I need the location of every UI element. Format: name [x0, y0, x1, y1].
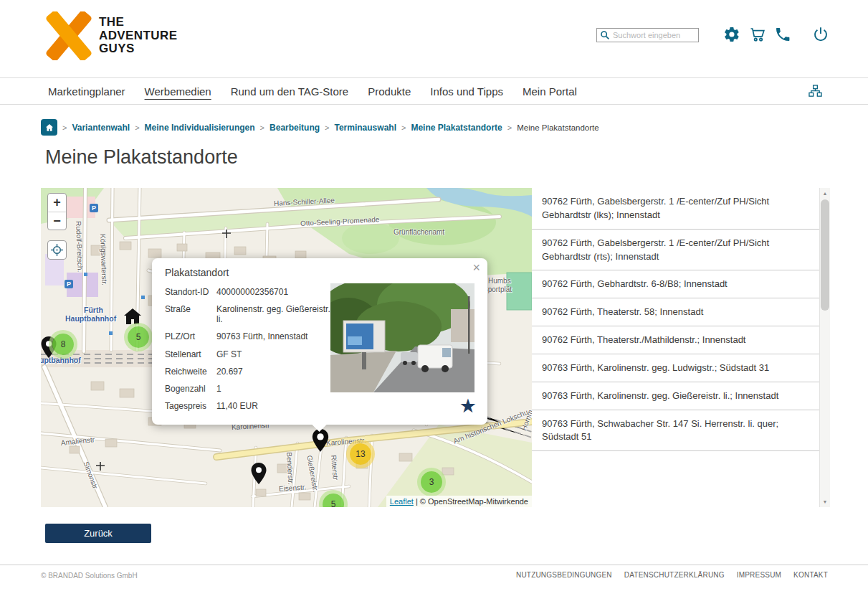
favorite-star-icon[interactable]: ★ [459, 397, 477, 416]
nav-item-infos-und-tipps[interactable]: Infos und Tipps [430, 85, 503, 98]
leaflet-link[interactable]: Leaflet [390, 497, 414, 506]
breadcrumb-plakatstandorte[interactable]: Meine Plakatstandorte [411, 123, 502, 133]
breadcrumb-bearbeitung[interactable]: Bearbeitung [270, 123, 320, 133]
breadcrumb-separator: > [507, 123, 512, 132]
map-marker-pin[interactable] [250, 462, 267, 488]
location-list-item[interactable]: 90762 Fürth, Gabelsbergerstr. 1 /E-cente… [532, 230, 819, 271]
map-marker-pin-selected[interactable] [311, 428, 330, 455]
settings-gear-icon[interactable] [723, 26, 740, 43]
breadcrumb: > Variantenwahl > Meine Individualisieru… [41, 119, 599, 136]
popup-row: Reichweite20.697 [165, 367, 331, 377]
popup-row: StellenartGF ST [165, 349, 331, 359]
popup-row: PLZ/Ort90763 Fürth, Innenstadt [165, 331, 331, 341]
breadcrumb-separator: > [401, 123, 406, 132]
field-value: 400000002356701 [216, 287, 331, 297]
sitemap-icon[interactable] [809, 85, 822, 98]
field-value: GF ST [216, 349, 331, 359]
popup-row: Tagespreis11,40 EUR [165, 401, 331, 411]
field-label: Stellenart [165, 349, 216, 359]
marker-cluster[interactable]: 8 [52, 334, 74, 355]
footer-link-kontakt[interactable]: KONTAKT [793, 571, 828, 579]
footer: © BRANDAD Solutions GmbH NUTZUNGSBEDINGU… [0, 565, 868, 609]
logo[interactable]: THE ADVENTURE GUYS [46, 11, 177, 60]
field-label: Standort-ID [165, 287, 216, 297]
breadcrumb-home-icon[interactable] [41, 119, 57, 136]
search-input[interactable] [613, 31, 695, 39]
search-icon [600, 30, 610, 40]
breadcrumb-variantenwahl[interactable]: Variantenwahl [72, 123, 130, 133]
location-list-item[interactable]: 90763 Fürth, Karolinenstr. geg. Ludwigst… [532, 354, 819, 382]
logout-power-icon[interactable] [812, 26, 829, 43]
page-title: Meine Plakatstandorte [45, 146, 238, 169]
field-label: Straße [165, 304, 216, 324]
back-button[interactable]: Zurück [45, 524, 151, 543]
phone-icon[interactable] [774, 26, 791, 43]
breadcrumb-terminauswahl[interactable]: Terminauswahl [335, 123, 396, 133]
location-list: 90762 Fürth, Gabelsbergerstr. 1 /E-cente… [532, 188, 830, 507]
cart-icon[interactable] [749, 26, 766, 43]
field-value: 20.697 [216, 367, 331, 377]
zoom-out-button[interactable]: − [48, 212, 66, 230]
field-value: 90763 Fürth, Innenstadt [216, 331, 331, 341]
breadcrumb-separator: > [135, 123, 139, 132]
logo-line-1: THE [99, 16, 177, 29]
search-box[interactable] [596, 28, 699, 42]
field-value: Karolinenstr. geg. Gießereistr. li. [216, 304, 331, 324]
footer-links: NUTZUNGSBEDINGUNGEN DATENSCHUTZERKLÄRUNG… [516, 571, 828, 579]
footer-link-nutzungsbedingungen[interactable]: NUTZUNGSBEDINGUNGEN [516, 571, 612, 579]
nav-item-werbemedien[interactable]: Werbemedien [145, 85, 211, 98]
location-list-item[interactable]: 90762 Fürth, Theaterstr./Mathildenstr.; … [532, 326, 819, 354]
field-value: 1 [216, 384, 331, 394]
field-label: Reichweite [165, 367, 216, 377]
zoom-control: + − [47, 193, 67, 230]
footer-link-datenschutz[interactable]: DATENSCHUTZERKLÄRUNG [624, 571, 725, 579]
location-list-item[interactable]: 90762 Fürth, Gabelsbergerstr. 1 /E-cente… [532, 188, 819, 230]
zoom-in-button[interactable]: + [48, 194, 66, 212]
logo-text: THE ADVENTURE GUYS [99, 16, 177, 55]
popup-details: Standort-ID400000002356701 StraßeKarolin… [165, 287, 331, 418]
scroll-up-arrow-icon[interactable]: ▲ [820, 188, 830, 199]
breadcrumb-current: Meine Plakatstandorte [517, 123, 598, 132]
main-nav: Marketingplaner Werbemedien Rund um den … [0, 77, 868, 105]
popup-close-icon[interactable]: × [472, 261, 480, 274]
logo-line-2: ADVENTURE [99, 29, 177, 42]
field-label: Bogenzahl [165, 384, 216, 394]
parking-icon: P [65, 280, 73, 288]
footer-link-impressum[interactable]: IMPRESSUM [737, 571, 781, 579]
scrollbar[interactable]: ▲ ▼ [819, 188, 830, 507]
nav-item-marketingplaner[interactable]: Marketingplaner [48, 85, 125, 98]
map[interactable]: Hans-Schiller-Allee Otto-Seeling-Promena… [41, 188, 532, 507]
locate-button[interactable] [47, 240, 67, 260]
attribution-separator: | [416, 497, 418, 506]
scroll-down-arrow-icon[interactable]: ▼ [820, 496, 830, 507]
popup-row: Standort-ID400000002356701 [165, 287, 331, 297]
breadcrumb-separator: > [62, 123, 67, 132]
location-list-item[interactable]: 90762 Fürth, Gebhardtstr. 6-8/B8; Innens… [532, 270, 819, 298]
nav-item-produkte[interactable]: Produkte [368, 85, 411, 98]
nav-item-mein-portal[interactable]: Mein Portal [523, 85, 577, 98]
logo-line-3: GUYS [99, 42, 177, 55]
location-list-item[interactable]: 90763 Fürth, Schwabacher Str. 147 Si. He… [532, 410, 819, 452]
popup-title: Plakatstandort [165, 267, 229, 278]
location-photo [330, 283, 474, 392]
breadcrumb-individualisierungen[interactable]: Meine Individualisierungen [145, 123, 255, 133]
field-label: Tagespreis [165, 401, 216, 411]
copyright-text: © BRANDAD Solutions GmbH [41, 572, 138, 580]
logo-x-icon [46, 11, 92, 60]
location-list-item[interactable]: 90762 Fürth, Theaterstr. 58; Innenstadt [532, 298, 819, 326]
popup-row: StraßeKarolinenstr. geg. Gießereistr. li… [165, 304, 331, 324]
map-attribution: Leaflet | © OpenStreetMap-Mitwirkende [386, 496, 532, 507]
nav-item-tag-store[interactable]: Rund um den TAG-Store [231, 85, 349, 98]
breadcrumb-separator: > [260, 123, 264, 132]
content: Hans-Schiller-Allee Otto-Seeling-Promena… [41, 188, 830, 507]
parking-icon: P [90, 204, 98, 212]
marker-cluster[interactable]: 5 [128, 326, 149, 348]
location-list-item[interactable]: 90763 Fürth, Karolinenstr. geg. Gießerei… [532, 382, 819, 410]
scrollbar-thumb[interactable] [821, 199, 829, 311]
page: THE ADVENTURE GUYS Marketingplaner Werbe… [0, 0, 868, 609]
map-marker-home[interactable] [124, 308, 141, 327]
map-popup: Plakatstandort × Standort-ID400000002356… [152, 258, 487, 425]
marker-cluster[interactable]: 3 [421, 471, 442, 493]
field-value: 11,40 EUR [216, 401, 331, 411]
marker-cluster[interactable]: 13 [350, 443, 371, 465]
